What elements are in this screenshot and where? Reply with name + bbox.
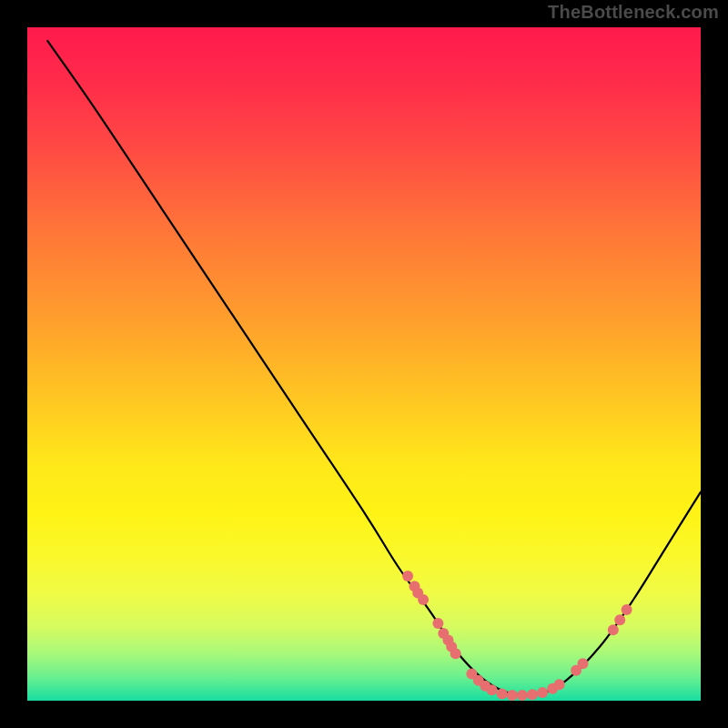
curve-marker: [497, 689, 508, 700]
curve-marker: [418, 594, 429, 605]
curve-marker: [450, 648, 461, 659]
curve-marker: [622, 604, 632, 615]
curve-marker: [432, 618, 443, 629]
plot-area: [27, 27, 701, 701]
curve-marker: [527, 689, 538, 700]
curve-marker: [507, 690, 518, 701]
curve-marker: [402, 571, 413, 581]
curve-marker: [487, 684, 498, 695]
curve-markers: [402, 571, 632, 701]
curve-marker: [578, 658, 589, 669]
chart-frame: TheBottleneck.com: [0, 0, 728, 728]
attribution-text: TheBottleneck.com: [548, 2, 719, 23]
curve-svg: [27, 27, 701, 701]
bottleneck-curve: [47, 41, 701, 696]
curve-marker: [608, 624, 619, 635]
curve-marker: [554, 679, 565, 690]
curve-marker: [614, 614, 625, 625]
curve-marker: [537, 687, 548, 698]
curve-marker: [517, 690, 528, 701]
